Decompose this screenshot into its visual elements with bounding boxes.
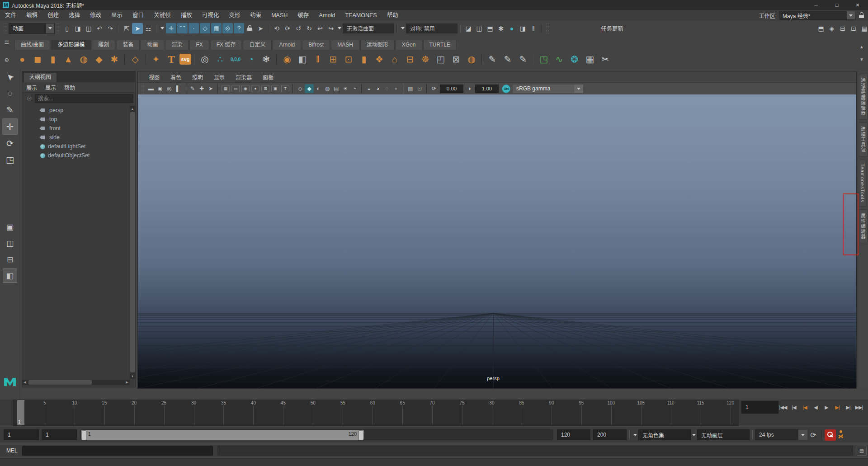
redo-icon[interactable]: ↷ xyxy=(105,23,116,34)
output-operations-icon[interactable]: ↻ xyxy=(304,23,315,34)
play-forwards-button[interactable]: ▶ xyxy=(821,401,832,414)
open-scene-icon[interactable]: ◨ xyxy=(72,23,83,34)
boolean-icon[interactable]: ◉ xyxy=(280,52,294,66)
smooth-icon[interactable]: ◍ xyxy=(464,52,479,66)
grip-handle[interactable] xyxy=(4,24,7,33)
current-time-marker[interactable]: 1 xyxy=(17,400,24,425)
resolution-gate-icon[interactable]: ◉ xyxy=(241,85,250,92)
motion-blur-icon[interactable]: ◕ xyxy=(373,84,382,93)
script-editor-icon[interactable]: ▤ xyxy=(857,446,867,456)
chevron-down-icon[interactable] xyxy=(691,434,697,436)
snap-to-curve-icon[interactable]: ⌒ xyxy=(177,23,188,33)
freeze-transform-icon[interactable]: ❄ xyxy=(259,52,274,66)
range-end-handle[interactable] xyxy=(359,430,363,440)
shelf-tab[interactable]: XGen xyxy=(396,40,422,50)
menu-item[interactable]: 播放 xyxy=(176,10,197,21)
poly-disc-icon[interactable]: ✱ xyxy=(107,52,122,66)
playback-loop-icon[interactable]: ⟳ xyxy=(807,431,819,439)
go-to-start-button[interactable]: |◀◀ xyxy=(778,401,788,414)
menu-item[interactable]: 窗口 xyxy=(127,10,149,21)
chevron-down-icon[interactable] xyxy=(400,27,406,29)
select-object-icon[interactable]: ➤ xyxy=(132,23,143,34)
fps-select[interactable]: 24 fps xyxy=(755,429,798,440)
show-channel-box-icon[interactable]: ▤ xyxy=(859,23,868,34)
motion-trail-icon[interactable]: ❂ xyxy=(567,52,582,66)
poly-sphere-icon[interactable]: ● xyxy=(15,52,29,66)
menu-item[interactable]: 文件 xyxy=(0,10,21,21)
poly-cone-icon[interactable]: ▲ xyxy=(61,52,75,66)
film-gate-icon[interactable]: ▭ xyxy=(231,85,240,92)
crease-tool-icon[interactable]: ✎ xyxy=(485,52,500,66)
scroll-left-icon[interactable]: ◀ xyxy=(22,380,28,385)
shelf-tab[interactable]: 曲线/曲面 xyxy=(14,40,50,50)
shelf-tab[interactable]: 装备 xyxy=(116,40,140,50)
step-back-frame-button[interactable]: |◀ xyxy=(788,401,799,414)
maximize-button[interactable]: □ xyxy=(826,0,847,10)
isolate-select-icon[interactable]: ▧ xyxy=(406,84,415,93)
go-to-end-button[interactable]: ▶▶| xyxy=(854,401,864,414)
viewport-menu-item[interactable]: 视图 xyxy=(143,73,165,81)
menu-item[interactable]: 缓存 xyxy=(292,10,314,21)
playback-range-bar[interactable]: 1 120 xyxy=(81,430,364,440)
ipr-render-icon[interactable]: ◫ xyxy=(474,23,485,34)
shelf-tab[interactable]: 雕刻 xyxy=(92,40,115,50)
symmetry-field[interactable]: 对称: 禁用 xyxy=(406,24,458,33)
vertical-scrollbar[interactable]: ▲ ▼ xyxy=(130,106,135,379)
render-settings-icon[interactable]: ✱ xyxy=(495,23,506,34)
layout-single-pane-button[interactable]: ▣ xyxy=(3,220,17,234)
shelf-tab[interactable]: Arnold xyxy=(273,40,301,50)
scroll-up-icon[interactable]: ▲ xyxy=(130,106,135,111)
snap-to-grid-icon[interactable]: ✛ xyxy=(166,23,176,33)
camera-attributes-icon[interactable]: ◎ xyxy=(165,84,174,93)
bevel-icon[interactable]: ⌂ xyxy=(387,52,402,66)
undo-icon[interactable]: ↶ xyxy=(94,23,105,34)
input-connections-icon[interactable]: ⟲ xyxy=(271,23,282,34)
anti-aliasing-icon[interactable]: ◌ xyxy=(382,84,392,93)
move-tool[interactable]: ✛ xyxy=(2,118,18,135)
poly-plane-icon[interactable]: ◆ xyxy=(92,52,106,66)
outliner-tab[interactable]: 大纲视图 xyxy=(24,73,57,82)
quad-draw-icon[interactable]: ◰ xyxy=(434,52,448,66)
mirror-icon[interactable]: ◳ xyxy=(537,52,551,66)
select-tool[interactable]: ➤ xyxy=(0,66,21,88)
viewport-menu-item[interactable]: 渲染器 xyxy=(230,73,257,81)
make-live-icon[interactable]: ⊙ xyxy=(222,23,233,33)
command-line-input[interactable] xyxy=(22,446,213,456)
chevron-down-icon[interactable] xyxy=(847,11,855,19)
viewport-menu-item[interactable]: 面板 xyxy=(257,73,279,81)
command-result-field[interactable] xyxy=(217,446,853,456)
retopologize-icon[interactable]: ⊡ xyxy=(341,52,356,66)
menu-set-select[interactable]: 动画 xyxy=(9,23,55,34)
2d-pan-zoom-icon[interactable]: ✚ xyxy=(197,84,206,93)
light-editor-icon[interactable]: ◨ xyxy=(517,23,528,34)
step-forward-key-button[interactable]: ▶| xyxy=(832,401,843,414)
command-language-label[interactable]: MEL xyxy=(6,447,18,454)
cut-faces-icon[interactable]: ✂ xyxy=(598,52,613,66)
frame-selection-icon[interactable]: ◎ xyxy=(198,52,212,66)
combine-icon[interactable]: ◧ xyxy=(295,52,310,66)
menu-item[interactable]: TEAMONES xyxy=(340,10,382,21)
highlight-selection-icon[interactable]: ➤ xyxy=(255,23,266,34)
platonic-solid-icon[interactable]: ◇ xyxy=(128,52,142,66)
soft-select-icon[interactable]: ∴ xyxy=(213,52,227,66)
scrollbar-thumb[interactable] xyxy=(28,380,92,385)
shelf-tab[interactable]: FX 缓存 xyxy=(210,40,242,50)
output-connections-icon[interactable]: ⟳ xyxy=(282,23,293,34)
menu-item[interactable]: 编辑 xyxy=(21,10,42,21)
shelf-tab[interactable]: MASH xyxy=(331,40,359,50)
scroll-right-icon[interactable]: ▶ xyxy=(124,380,130,385)
step-back-key-button[interactable]: |◀ xyxy=(799,401,810,414)
menu-item[interactable]: 帮助 xyxy=(382,10,403,21)
chevron-down-icon[interactable] xyxy=(46,24,54,33)
chevron-down-icon[interactable] xyxy=(159,27,165,29)
construction-history-off-icon[interactable]: ↪ xyxy=(326,23,336,34)
wireframe-icon[interactable]: ◇ xyxy=(296,84,305,93)
shelf-gear-icon[interactable]: ⚙ xyxy=(3,57,10,64)
animation-end-field[interactable]: 200 xyxy=(593,429,627,440)
chevron-down-icon[interactable] xyxy=(574,85,583,93)
menu-item[interactable]: 显示 xyxy=(106,10,127,21)
scroll-down-icon[interactable]: ▼ xyxy=(130,373,135,379)
extrude-icon[interactable]: ▮ xyxy=(357,52,371,66)
bookmark-icon[interactable]: ▌ xyxy=(174,84,183,93)
input-operations-icon[interactable]: ↺ xyxy=(293,23,304,34)
